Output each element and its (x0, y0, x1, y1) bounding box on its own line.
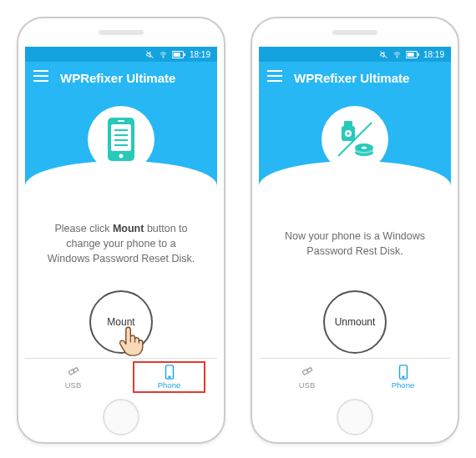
home-button[interactable] (103, 399, 139, 435)
instruction-text: Now your phone is a Windows Password Res… (259, 185, 451, 285)
home-button[interactable] (337, 399, 373, 435)
unmount-button[interactable]: Unmount (323, 290, 387, 354)
tab-phone[interactable]: Phone (355, 359, 451, 395)
app-header: WPRefixer Ultimate (25, 62, 217, 93)
wifi-icon (159, 50, 168, 59)
tab-phone[interactable]: Phone (121, 359, 217, 395)
phone-speaker (99, 30, 144, 35)
hero-circle (322, 106, 388, 173)
svg-rect-18 (408, 53, 414, 57)
tab-phone-label: Phone (158, 380, 180, 390)
app-header: WPRefixer Ultimate (259, 62, 451, 93)
svg-rect-2 (174, 53, 180, 57)
app-title: WPRefixer Ultimate (60, 71, 175, 85)
hero-area (25, 93, 217, 185)
svg-point-6 (119, 154, 124, 159)
svg-rect-19 (418, 53, 419, 55)
tab-usb-label: USB (65, 380, 82, 390)
bottom-tabs: USB Phone (25, 358, 217, 395)
status-bar: 18:19 (259, 47, 451, 62)
svg-rect-7 (118, 120, 124, 122)
status-time: 18:19 (423, 50, 444, 59)
mute-icon (379, 50, 388, 59)
svg-point-0 (163, 57, 164, 58)
wifi-icon (392, 50, 402, 59)
svg-point-32 (403, 376, 404, 378)
action-area: Unmount (259, 285, 451, 358)
menu-icon[interactable] (33, 70, 48, 85)
status-time: 18:19 (190, 50, 210, 59)
phone-frame-left: 18:19 WPRefixer Ultimate (17, 17, 225, 444)
screen-left: 18:19 WPRefixer Ultimate (25, 47, 217, 395)
usb-cd-icon (330, 114, 380, 164)
svg-point-16 (397, 57, 398, 58)
svg-rect-5 (111, 124, 131, 151)
phone-frame-right: 18:19 WPRefixer Ultimate (251, 17, 459, 444)
svg-point-15 (169, 376, 170, 378)
phone-device-icon (103, 116, 139, 163)
menu-icon[interactable] (267, 70, 282, 85)
usb-icon (66, 365, 81, 380)
status-bar: 18:19 (25, 47, 217, 62)
phone-tab-icon (164, 365, 175, 380)
phone-tab-icon (398, 365, 409, 380)
svg-rect-22 (344, 121, 352, 128)
app-title: WPRefixer Ultimate (294, 71, 409, 85)
tab-phone-label: Phone (392, 380, 414, 390)
instruction-text: Please click Mount button to change your… (25, 185, 217, 285)
svg-point-24 (347, 132, 349, 134)
hero-area (259, 93, 451, 185)
phone-speaker (332, 30, 377, 35)
battery-icon (406, 51, 419, 58)
hero-circle (88, 106, 154, 173)
svg-rect-3 (184, 53, 185, 55)
battery-icon (172, 51, 185, 58)
svg-point-28 (362, 146, 367, 148)
mount-button[interactable]: Mount (89, 290, 153, 354)
bottom-tabs: USB Phone (259, 358, 451, 395)
tab-usb[interactable]: USB (25, 359, 121, 395)
mute-icon (145, 50, 154, 59)
tab-usb-label: USB (299, 380, 316, 390)
screen-right: 18:19 WPRefixer Ultimate (259, 47, 451, 395)
usb-icon (300, 365, 315, 380)
tab-usb[interactable]: USB (259, 359, 355, 395)
action-area: Mount (25, 285, 217, 358)
